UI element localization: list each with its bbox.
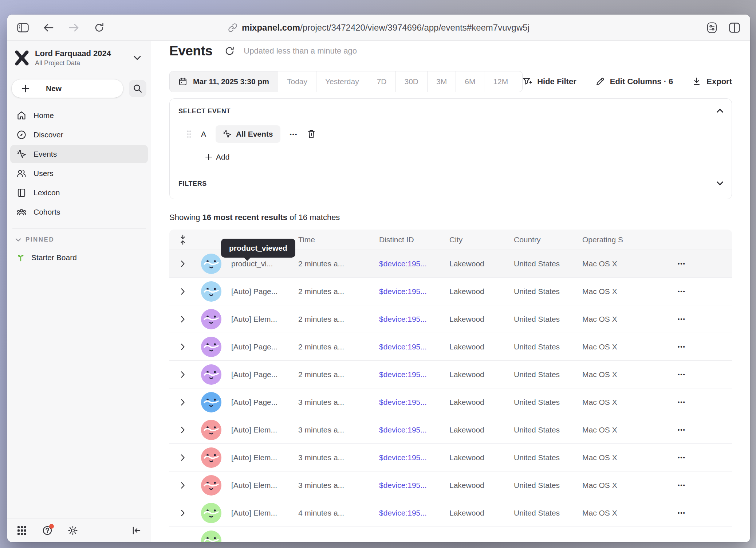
cell-distinct-id[interactable]: $device:195... [379,315,449,324]
expand-row-icon[interactable] [169,509,196,517]
cell-time: 3 minutes a... [298,426,379,434]
table-row[interactable]: [Auto] Elem... 2 minutes a... $device:19… [169,305,732,333]
sidebar-item-home[interactable]: Home [10,106,148,125]
row-more-icon[interactable]: ••• [659,454,732,461]
cell-distinct-id[interactable]: $device:195... [379,370,449,379]
date-picker[interactable]: Mar 11, 2025 3:30 pm [170,71,278,92]
cell-time: 3 minutes a... [298,481,379,490]
row-more-icon[interactable]: ••• [659,427,732,433]
expand-row-icon[interactable] [169,371,196,378]
event-selector-button[interactable]: All Events [216,125,280,143]
sidebar-item-discover[interactable]: Discover [10,126,148,144]
drag-handle-icon[interactable] [186,130,192,138]
table-row[interactable]: [Auto] Page... 2 minutes a... $device:19… [169,278,732,305]
expand-row-icon[interactable] [169,343,196,351]
edit-columns-button[interactable]: Edit Columns · 6 [595,77,673,86]
reload-icon[interactable] [93,21,106,34]
table-row[interactable]: [Auto] Page... 3 minutes a... $device:19… [169,388,732,416]
table-row[interactable]: [Auto] Page... 2 minutes a... $device:19… [169,361,732,388]
new-button[interactable]: New [12,79,123,98]
home-icon [17,111,26,120]
preset-today[interactable]: Today [278,71,316,92]
expand-row-icon[interactable] [169,426,196,434]
page-settings-icon[interactable] [706,21,718,34]
table-row[interactable]: [Auto] Elem... 3 minutes a... $device:19… [169,471,732,499]
expand-row-icon[interactable] [169,288,196,295]
pinned-item-starter-board[interactable]: Starter Board [10,248,148,267]
split-view-icon[interactable] [728,21,741,34]
cell-distinct-id[interactable]: $device:195... [379,342,449,351]
compass-icon [17,130,26,140]
preset-xtd[interactable]: XTD [517,71,523,92]
row-more-icon[interactable]: ••• [659,482,732,488]
cell-event-name: [Auto] Elem... [231,481,298,490]
back-icon[interactable] [42,21,55,34]
sidebar-toggle-icon[interactable] [17,21,29,34]
trash-icon[interactable] [307,129,316,139]
sidebar-item-lexicon[interactable]: Lexicon [10,184,148,202]
add-event-button[interactable]: Add [205,151,732,163]
row-more-icon[interactable]: ••• [659,399,732,405]
gear-icon[interactable] [68,525,78,536]
pencil-icon [595,77,605,86]
preset-30d[interactable]: 30D [395,71,428,92]
table-row[interactable]: [Auto] Elem... 3 minutes a... $device:19… [169,416,732,444]
table-row[interactable]: [Auto] Elem... 4 minutes a... $device:19… [169,499,732,527]
project-switcher[interactable]: Lord Farquaad 2024 All Project Data [10,49,148,67]
event-more-icon[interactable]: ••• [290,131,298,137]
table-row[interactable]: ••• [169,527,732,542]
cell-city: Lakewood [449,287,514,296]
row-more-icon[interactable]: ••• [659,261,732,267]
row-more-icon[interactable]: ••• [659,344,732,350]
sidebar-item-events[interactable]: Events [10,145,148,163]
table-row[interactable]: [Auto] Page... 2 minutes a... $device:19… [169,333,732,361]
sidebar-item-cohorts[interactable]: Cohorts [10,203,148,221]
expand-filters-icon[interactable] [716,181,724,186]
collapse-sidebar-icon[interactable] [131,525,141,536]
add-event-label: Add [216,153,229,161]
preset-3m[interactable]: 3M [427,71,456,92]
cell-distinct-id[interactable]: $device:195... [379,509,449,517]
help-icon[interactable] [42,525,52,536]
hide-filter-button[interactable]: Hide Filter [523,77,576,86]
cell-country: United States [514,287,582,296]
expand-row-icon[interactable] [169,454,196,461]
expand-row-icon[interactable] [169,260,196,267]
preset-7d[interactable]: 7D [368,71,395,92]
expand-row-icon[interactable] [169,399,196,406]
row-more-icon[interactable]: ••• [659,288,732,294]
book-icon [17,188,26,197]
table-row[interactable]: [Auto] Elem... 3 minutes a... $device:19… [169,444,732,471]
cell-distinct-id[interactable]: $device:195... [379,426,449,434]
row-more-icon[interactable]: ••• [659,371,732,377]
preset-12m[interactable]: 12M [484,71,517,92]
preset-yesterday[interactable]: Yesterday [316,71,368,92]
cell-distinct-id[interactable]: $device:195... [379,287,449,296]
cell-city: Lakewood [449,509,514,517]
cell-distinct-id[interactable]: $device:195... [379,453,449,462]
export-button[interactable]: Export [692,77,732,86]
cell-country: United States [514,259,582,268]
cell-city: Lakewood [449,315,514,324]
cell-distinct-id[interactable]: $device:195... [379,259,449,268]
search-button[interactable] [129,80,146,97]
expand-row-icon[interactable] [169,316,196,323]
forward-icon[interactable] [68,21,80,34]
pinned-section-header[interactable]: PINNED [10,236,148,243]
cell-os: Mac OS X [582,509,659,517]
expand-row-icon[interactable] [169,482,196,489]
apps-grid-icon[interactable] [17,525,27,536]
collapse-rows-icon[interactable] [169,234,196,245]
row-more-icon[interactable]: ••• [659,316,732,322]
address-bar[interactable]: mixpanel.com/project/3472420/view/397469… [228,15,529,40]
sidebar-item-users[interactable]: Users [10,164,148,183]
cell-time: 2 minutes a... [298,315,379,324]
query-builder-card: SELECT EVENT A All Events [169,98,732,199]
cell-distinct-id[interactable]: $device:195... [379,398,449,407]
collapse-section-icon[interactable] [716,108,724,113]
preset-6m[interactable]: 6M [456,71,484,92]
row-more-icon[interactable]: ••• [659,510,732,516]
cell-distinct-id[interactable]: $device:195... [379,481,449,490]
refresh-icon[interactable] [225,46,235,56]
url-text: mixpanel.com/project/3472420/view/397469… [242,23,529,33]
